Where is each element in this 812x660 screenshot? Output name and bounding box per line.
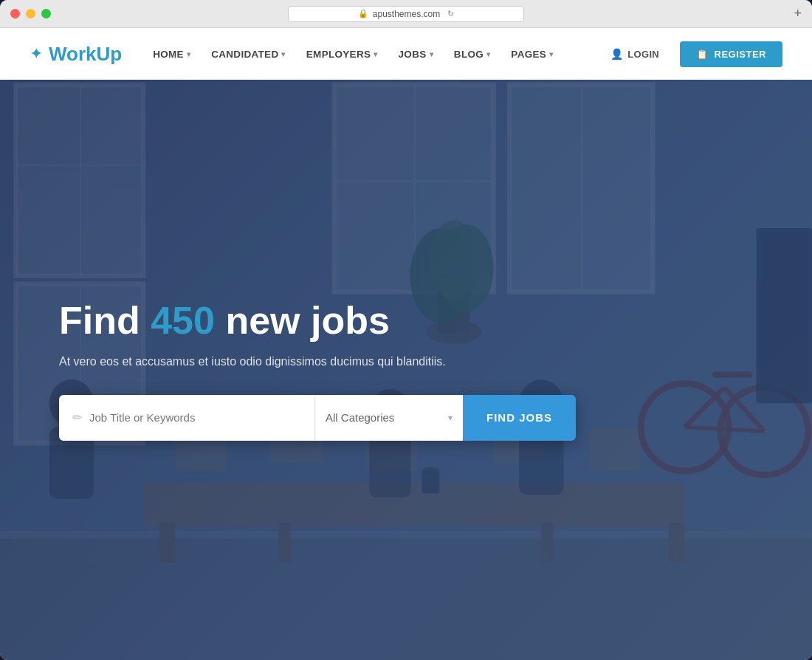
nav-item-candidated[interactable]: CANDIDATED ▾ (202, 43, 295, 66)
logo-icon: ✦ (30, 44, 43, 63)
website: ✦ WorkUp HOME ▾ CANDIDATED ▾ EMPLOYERS ▾ (0, 28, 812, 660)
hero-subtitle: At vero eos et accusamus et iusto odio d… (59, 355, 753, 368)
nav-item-employers[interactable]: EMPLOYERS ▾ (297, 43, 387, 66)
hero-section: Find 450 new jobs At vero eos et accusam… (0, 80, 812, 660)
category-selector[interactable]: All Categories Technology Marketing Desi… (315, 395, 463, 441)
nav-item-home[interactable]: HOME ▾ (144, 43, 199, 66)
new-tab-button[interactable]: + (794, 6, 802, 21)
nav-item-jobs[interactable]: JOBS ▾ (390, 43, 442, 66)
search-input-wrapper: ✏ (59, 395, 315, 441)
category-select[interactable]: All Categories Technology Marketing Desi… (326, 411, 442, 424)
chevron-down-icon: ▾ (448, 413, 453, 423)
maximize-window-button[interactable] (41, 9, 51, 18)
logo-text: WorkUp (49, 43, 122, 66)
nav-actions: 👤 LOGIN 📋 REGISTER (599, 41, 782, 67)
refresh-icon: ↻ (447, 9, 454, 18)
minimize-window-button[interactable] (26, 9, 35, 18)
chevron-down-icon: ▾ (281, 50, 285, 58)
url-text: apusthemes.com (373, 9, 440, 19)
address-bar[interactable]: 🔒 apusthemes.com ↻ (288, 6, 524, 22)
logo[interactable]: ✦ WorkUp (30, 43, 122, 66)
chevron-down-icon: ▾ (374, 50, 377, 58)
search-bar: ✏ All Categories Technology Marketing De… (59, 395, 576, 441)
job-search-input[interactable] (89, 411, 301, 424)
hero-title: Find 450 new jobs (59, 299, 753, 343)
close-window-button[interactable] (10, 9, 20, 18)
mac-titlebar: 🔒 apusthemes.com ↻ + (0, 0, 812, 28)
find-jobs-button[interactable]: FIND JOBS (463, 395, 576, 441)
register-icon: 📋 (696, 49, 709, 60)
hero-content: Find 450 new jobs At vero eos et accusam… (59, 299, 753, 441)
nav-item-blog[interactable]: BLOG ▾ (445, 43, 500, 66)
chevron-down-icon: ▾ (486, 50, 490, 58)
job-count: 450 (151, 299, 215, 342)
chevron-down-icon: ▾ (187, 50, 190, 58)
register-button[interactable]: 📋 REGISTER (680, 41, 782, 67)
user-icon: 👤 (610, 48, 623, 60)
mac-window: 🔒 apusthemes.com ↻ + ✦ WorkUp HOME ▾ CAN… (0, 0, 812, 660)
navbar: ✦ WorkUp HOME ▾ CANDIDATED ▾ EMPLOYERS ▾ (0, 28, 812, 80)
mac-window-controls (10, 9, 51, 18)
chevron-down-icon: ▾ (549, 50, 553, 58)
chevron-down-icon: ▾ (430, 50, 433, 58)
lock-icon: 🔒 (358, 9, 368, 18)
nav-item-pages[interactable]: PAGES ▾ (502, 43, 562, 66)
nav-links: HOME ▾ CANDIDATED ▾ EMPLOYERS ▾ JOBS ▾ B… (144, 43, 599, 66)
search-icon: ✏ (72, 410, 82, 424)
login-button[interactable]: 👤 LOGIN (599, 42, 671, 66)
